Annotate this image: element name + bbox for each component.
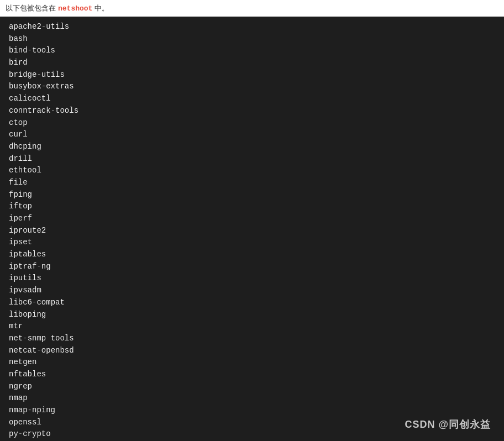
list-item: conntrack-tools [9,105,495,117]
hyphen-icon: - [41,82,46,91]
list-item: bridge-utils [9,69,495,81]
list-item: liboping [9,309,495,321]
list-item: iputils [9,272,495,285]
list-item: mtr [9,321,495,333]
hyphen-icon: - [51,106,55,115]
list-item: netgen [9,356,495,369]
list-item: curl [9,129,495,141]
list-item: netcat-openbsd [9,345,495,357]
list-item: ethtool [9,165,495,177]
list-item: ipvsadm [9,285,495,297]
list-item: openssl [9,417,495,429]
list-item: ipset [9,237,495,249]
top-bar: 以下包被包含在 netshoot 中。 [0,0,504,17]
hyphen-icon: - [41,22,46,31]
list-item: iptables [9,249,495,261]
list-item: net-snmp tools [9,333,495,345]
list-item: bash [9,33,495,45]
list-item: apache2-utils [9,21,495,33]
list-item: libc6-compat [9,297,495,309]
list-item: nmap [9,392,495,405]
list-item: nmap-nping [9,405,495,417]
hyphen-icon: - [18,429,23,438]
list-item: ctop [9,117,495,129]
list-item: file [9,177,495,189]
list-item: nftables [9,369,495,381]
hyphen-icon: - [36,346,41,355]
list-item: ngrep [9,381,495,393]
list-item: busybox-extras [9,81,495,93]
list-item: iptraf-ng [9,261,495,273]
package-list: apache2-utilsbashbind-toolsbirdbridge-ut… [0,17,504,441]
list-item: iproute2 [9,225,495,237]
hyphen-icon: - [36,70,41,79]
hyphen-icon: - [28,46,32,55]
hyphen-icon: - [28,406,32,414]
list-item: bind-tools [9,45,495,57]
hyphen-icon: - [36,262,41,271]
top-bar-prefix: 以下包被包含在 [6,3,56,13]
list-item: iperf [9,213,495,225]
list-item: calicoctl [9,93,495,105]
list-item: iftop [9,201,495,213]
list-item: bird [9,57,495,69]
top-bar-suffix: 中。 [95,3,109,13]
hyphen-icon: - [32,298,36,307]
list-item: dhcping [9,141,495,153]
list-item: fping [9,189,495,201]
netshoot-highlight: netshoot [58,4,92,13]
list-item: py-crypto [9,428,495,440]
hyphen-icon: - [23,334,27,343]
list-item: drill [9,153,495,165]
